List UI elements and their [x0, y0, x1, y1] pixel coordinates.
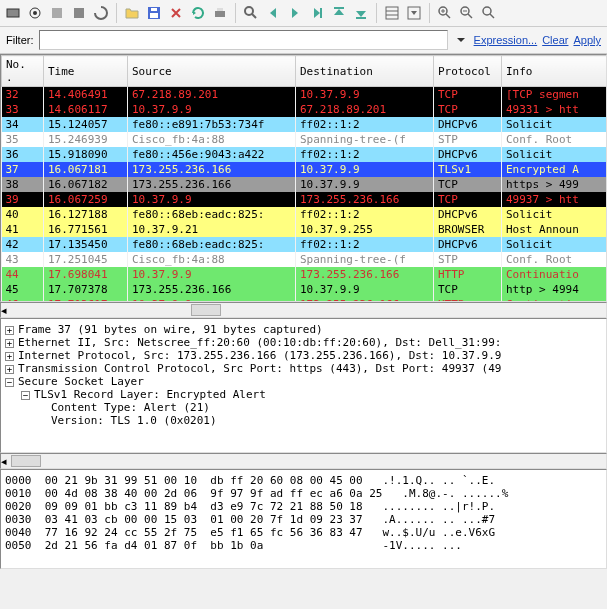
svg-rect-9	[215, 11, 225, 17]
col-header[interactable]: Info	[502, 56, 608, 87]
svg-line-31	[468, 14, 472, 18]
find-icon[interactable]	[241, 3, 261, 23]
table-row[interactable]: 4116.77156110.37.9.2110.37.9.255BROWSERH…	[2, 222, 608, 237]
filter-dropdown-icon[interactable]	[457, 38, 465, 42]
print-icon[interactable]	[210, 3, 230, 23]
table-row[interactable]: 3615.918090fe80::456e:9043:a422ff02::1:2…	[2, 147, 608, 162]
svg-point-33	[483, 7, 491, 15]
table-row[interactable]: 3916.06725910.37.9.9173.255.236.166TCP49…	[2, 192, 608, 207]
close-icon[interactable]	[166, 3, 186, 23]
forward-icon[interactable]	[285, 3, 305, 23]
gototop-icon[interactable]	[329, 3, 349, 23]
svg-marker-13	[270, 8, 276, 18]
col-header[interactable]: No. .	[2, 56, 44, 87]
start-icon[interactable]	[47, 3, 67, 23]
filter-input[interactable]	[39, 30, 448, 50]
svg-rect-0	[7, 9, 19, 17]
expand-icon[interactable]: +	[5, 339, 14, 348]
svg-marker-17	[334, 9, 344, 15]
svg-marker-8	[193, 11, 196, 15]
table-row[interactable]: 3816.067182173.255.236.16610.37.9.9TCPht…	[2, 177, 608, 192]
back-icon[interactable]	[263, 3, 283, 23]
packet-bytes[interactable]: 0000 00 21 9b 31 99 51 00 10 db ff 20 60…	[0, 469, 607, 569]
autoscroll-icon[interactable]	[404, 3, 424, 23]
table-row[interactable]: 4317.251045Cisco_fb:4a:88Spanning-tree-(…	[2, 252, 608, 267]
svg-line-12	[252, 14, 256, 18]
table-row[interactable]: 3214.40649167.218.89.20110.37.9.9TCP[TCP…	[2, 87, 608, 103]
svg-point-11	[245, 7, 253, 15]
table-row[interactable]: 3314.60611710.37.9.967.218.89.201TCP4933…	[2, 102, 608, 117]
svg-rect-4	[74, 8, 84, 18]
table-row[interactable]: 3515.246939Cisco_fb:4a:88Spanning-tree-(…	[2, 132, 608, 147]
table-row[interactable]: 4617.71361710.37.9.9173.255.236.166HTTPC…	[2, 297, 608, 302]
svg-rect-3	[52, 8, 62, 18]
clear-link[interactable]: Clear	[542, 34, 568, 46]
svg-line-27	[446, 14, 450, 18]
col-header[interactable]: Destination	[296, 56, 434, 87]
col-header[interactable]: Source	[128, 56, 296, 87]
packet-list[interactable]: No. .TimeSourceDestinationProtocolInfo 3…	[0, 54, 607, 302]
col-header[interactable]: Time	[44, 56, 128, 87]
svg-rect-21	[386, 7, 398, 19]
stop-icon[interactable]	[69, 3, 89, 23]
restart-icon[interactable]	[91, 3, 111, 23]
gotobot-icon[interactable]	[351, 3, 371, 23]
svg-rect-7	[151, 8, 157, 11]
apply-link[interactable]: Apply	[573, 34, 601, 46]
expand-icon[interactable]: −	[21, 391, 30, 400]
svg-rect-6	[150, 13, 158, 18]
svg-marker-19	[356, 11, 366, 17]
expression-link[interactable]: Expression...	[474, 34, 538, 46]
zoom-out-icon[interactable]	[457, 3, 477, 23]
svg-marker-25	[411, 11, 417, 15]
colorize-icon[interactable]	[382, 3, 402, 23]
expand-icon[interactable]: +	[5, 326, 14, 335]
table-row[interactable]: 3716.067181173.255.236.16610.37.9.9TLSv1…	[2, 162, 608, 177]
table-row[interactable]: 4217.135450fe80::68eb:eadc:825:ff02::1:2…	[2, 237, 608, 252]
svg-rect-10	[217, 8, 223, 11]
svg-point-2	[33, 11, 37, 15]
svg-marker-14	[292, 8, 298, 18]
expand-icon[interactable]: +	[5, 365, 14, 374]
filter-bar: Filter: Expression... Clear Apply	[0, 27, 607, 54]
col-header[interactable]: Protocol	[434, 56, 502, 87]
details-hscroll[interactable]: ◂	[0, 453, 607, 469]
jump-icon[interactable]	[307, 3, 327, 23]
interfaces-icon[interactable]	[3, 3, 23, 23]
table-row[interactable]: 3415.124057fe80::e891:7b53:734fff02::1:2…	[2, 117, 608, 132]
svg-marker-15	[314, 8, 320, 18]
svg-line-34	[490, 14, 494, 18]
open-icon[interactable]	[122, 3, 142, 23]
expand-icon[interactable]: +	[5, 352, 14, 361]
table-row[interactable]: 4417.69804110.37.9.9173.255.236.166HTTPC…	[2, 267, 608, 282]
main-toolbar	[0, 0, 607, 27]
save-icon[interactable]	[144, 3, 164, 23]
zoom-reset-icon[interactable]	[479, 3, 499, 23]
filter-label: Filter:	[6, 34, 34, 46]
zoom-in-icon[interactable]	[435, 3, 455, 23]
reload-icon[interactable]	[188, 3, 208, 23]
expand-icon[interactable]: −	[5, 378, 14, 387]
packet-list-hscroll[interactable]: ◂	[0, 302, 607, 318]
table-row[interactable]: 4517.707378173.255.236.16610.37.9.9TCPht…	[2, 282, 608, 297]
options-icon[interactable]	[25, 3, 45, 23]
table-row[interactable]: 4016.127188fe80::68eb:eadc:825:ff02::1:2…	[2, 207, 608, 222]
packet-details[interactable]: +Frame 37 (91 bytes on wire, 91 bytes ca…	[0, 318, 607, 453]
